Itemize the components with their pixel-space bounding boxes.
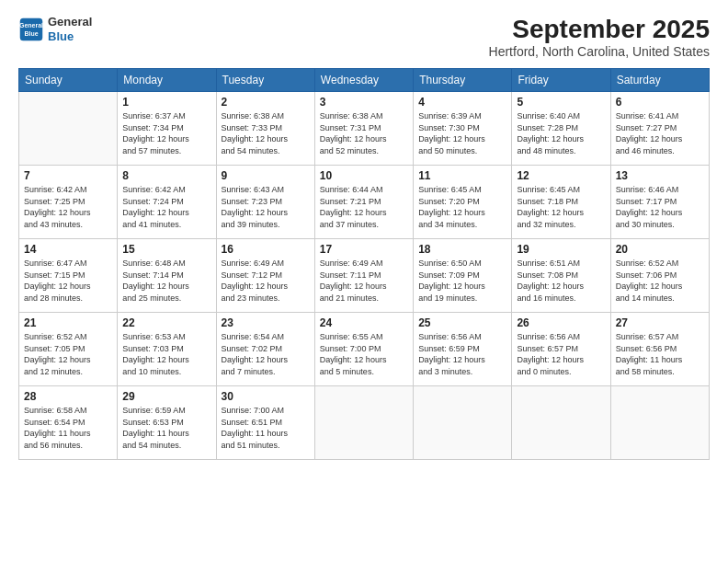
calendar-cell: 4Sunrise: 6:39 AMSunset: 7:30 PMDaylight… <box>414 92 512 166</box>
cell-content: Sunrise: 6:55 AMSunset: 7:00 PMDaylight:… <box>320 331 408 377</box>
calendar-cell: 27Sunrise: 6:57 AMSunset: 6:56 PMDayligh… <box>610 313 709 386</box>
day-number: 18 <box>418 243 506 256</box>
calendar-cell: 6Sunrise: 6:41 AMSunset: 7:27 PMDaylight… <box>610 92 709 166</box>
cell-content: Sunrise: 6:49 AMSunset: 7:11 PMDaylight:… <box>320 258 408 304</box>
cell-content: Sunrise: 6:42 AMSunset: 7:24 PMDaylight:… <box>122 184 210 230</box>
logo-line2: Blue <box>48 29 92 44</box>
calendar-week-3: 14Sunrise: 6:47 AMSunset: 7:15 PMDayligh… <box>19 239 710 313</box>
day-number: 14 <box>24 243 112 256</box>
cell-content: Sunrise: 6:39 AMSunset: 7:30 PMDaylight:… <box>418 110 506 156</box>
cell-content: Sunrise: 6:51 AMSunset: 7:08 PMDaylight:… <box>517 258 605 304</box>
cell-content: Sunrise: 6:44 AMSunset: 7:21 PMDaylight:… <box>320 184 408 230</box>
cell-content: Sunrise: 6:42 AMSunset: 7:25 PMDaylight:… <box>24 184 112 230</box>
calendar-cell: 7Sunrise: 6:42 AMSunset: 7:25 PMDaylight… <box>19 166 118 239</box>
svg-text:General: General <box>19 22 43 29</box>
cell-content: Sunrise: 7:00 AMSunset: 6:51 PMDaylight:… <box>222 405 310 451</box>
cell-content: Sunrise: 6:46 AMSunset: 7:17 PMDaylight:… <box>616 184 704 230</box>
calendar-cell: 20Sunrise: 6:52 AMSunset: 7:06 PMDayligh… <box>610 239 709 313</box>
day-number: 27 <box>616 316 704 329</box>
cell-content: Sunrise: 6:43 AMSunset: 7:23 PMDaylight:… <box>222 184 310 230</box>
day-number: 7 <box>24 169 112 182</box>
day-number: 4 <box>418 96 506 109</box>
calendar-cell <box>414 386 512 460</box>
day-number: 28 <box>24 390 112 403</box>
cell-content: Sunrise: 6:40 AMSunset: 7:28 PMDaylight:… <box>517 110 605 156</box>
calendar-cell: 15Sunrise: 6:48 AMSunset: 7:14 PMDayligh… <box>118 239 216 313</box>
calendar-cell: 26Sunrise: 6:56 AMSunset: 6:57 PMDayligh… <box>512 313 610 386</box>
cell-content: Sunrise: 6:56 AMSunset: 6:59 PMDaylight:… <box>418 331 506 377</box>
calendar-cell: 30Sunrise: 7:00 AMSunset: 6:51 PMDayligh… <box>216 386 314 460</box>
calendar-cell <box>610 386 709 460</box>
calendar-cell: 13Sunrise: 6:46 AMSunset: 7:17 PMDayligh… <box>610 166 709 239</box>
calendar-week-1: 1Sunrise: 6:37 AMSunset: 7:34 PMDaylight… <box>19 92 710 166</box>
cell-content: Sunrise: 6:57 AMSunset: 6:56 PMDaylight:… <box>616 331 704 377</box>
page: General Blue General Blue September 2025… <box>0 0 728 563</box>
calendar-cell: 22Sunrise: 6:53 AMSunset: 7:03 PMDayligh… <box>118 313 216 386</box>
day-number: 8 <box>122 169 210 182</box>
day-number: 30 <box>222 390 310 403</box>
cell-content: Sunrise: 6:37 AMSunset: 7:34 PMDaylight:… <box>122 110 210 156</box>
calendar-cell: 16Sunrise: 6:49 AMSunset: 7:12 PMDayligh… <box>216 239 314 313</box>
day-number: 3 <box>320 96 408 109</box>
calendar-cell: 5Sunrise: 6:40 AMSunset: 7:28 PMDaylight… <box>512 92 610 166</box>
cell-content: Sunrise: 6:54 AMSunset: 7:02 PMDaylight:… <box>222 331 310 377</box>
calendar-cell: 11Sunrise: 6:45 AMSunset: 7:20 PMDayligh… <box>414 166 512 239</box>
day-number: 17 <box>320 243 408 256</box>
calendar-cell: 10Sunrise: 6:44 AMSunset: 7:21 PMDayligh… <box>314 166 413 239</box>
day-number: 10 <box>320 169 408 182</box>
header-row: General Blue General Blue September 2025… <box>18 15 710 59</box>
col-wednesday: Wednesday <box>314 69 413 92</box>
cell-content: Sunrise: 6:52 AMSunset: 7:06 PMDaylight:… <box>616 258 704 304</box>
day-number: 13 <box>616 169 704 182</box>
cell-content: Sunrise: 6:56 AMSunset: 6:57 PMDaylight:… <box>517 331 605 377</box>
calendar-cell: 21Sunrise: 6:52 AMSunset: 7:05 PMDayligh… <box>19 313 118 386</box>
calendar-week-2: 7Sunrise: 6:42 AMSunset: 7:25 PMDaylight… <box>19 166 710 239</box>
svg-text:Blue: Blue <box>24 30 38 37</box>
cell-content: Sunrise: 6:38 AMSunset: 7:33 PMDaylight:… <box>222 110 310 156</box>
col-friday: Friday <box>512 69 610 92</box>
day-number: 23 <box>222 316 310 329</box>
calendar-cell: 1Sunrise: 6:37 AMSunset: 7:34 PMDaylight… <box>118 92 216 166</box>
calendar-cell: 23Sunrise: 6:54 AMSunset: 7:02 PMDayligh… <box>216 313 314 386</box>
calendar-cell: 8Sunrise: 6:42 AMSunset: 7:24 PMDaylight… <box>118 166 216 239</box>
calendar-cell: 3Sunrise: 6:38 AMSunset: 7:31 PMDaylight… <box>314 92 413 166</box>
location-title: Hertford, North Carolina, United States <box>489 44 710 59</box>
col-thursday: Thursday <box>414 69 512 92</box>
calendar-cell: 19Sunrise: 6:51 AMSunset: 7:08 PMDayligh… <box>512 239 610 313</box>
calendar-cell: 18Sunrise: 6:50 AMSunset: 7:09 PMDayligh… <box>414 239 512 313</box>
day-number: 6 <box>616 96 704 109</box>
month-title: September 2025 <box>489 15 710 44</box>
day-number: 2 <box>222 96 310 109</box>
cell-content: Sunrise: 6:45 AMSunset: 7:18 PMDaylight:… <box>517 184 605 230</box>
day-number: 15 <box>122 243 210 256</box>
calendar-header-row: Sunday Monday Tuesday Wednesday Thursday… <box>19 69 710 92</box>
day-number: 25 <box>418 316 506 329</box>
day-number: 1 <box>122 96 210 109</box>
cell-content: Sunrise: 6:48 AMSunset: 7:14 PMDaylight:… <box>122 258 210 304</box>
day-number: 12 <box>517 169 605 182</box>
cell-content: Sunrise: 6:45 AMSunset: 7:20 PMDaylight:… <box>418 184 506 230</box>
col-saturday: Saturday <box>610 69 709 92</box>
calendar-cell <box>19 92 118 166</box>
calendar-cell: 24Sunrise: 6:55 AMSunset: 7:00 PMDayligh… <box>314 313 413 386</box>
col-tuesday: Tuesday <box>216 69 314 92</box>
logo-icon: General Blue <box>18 17 44 42</box>
logo-line1: General <box>48 15 92 29</box>
calendar-cell: 12Sunrise: 6:45 AMSunset: 7:18 PMDayligh… <box>512 166 610 239</box>
logo: General Blue General Blue <box>18 15 92 43</box>
cell-content: Sunrise: 6:53 AMSunset: 7:03 PMDaylight:… <box>122 331 210 377</box>
calendar-cell: 9Sunrise: 6:43 AMSunset: 7:23 PMDaylight… <box>216 166 314 239</box>
day-number: 11 <box>418 169 506 182</box>
day-number: 9 <box>222 169 310 182</box>
cell-content: Sunrise: 6:58 AMSunset: 6:54 PMDaylight:… <box>24 405 112 451</box>
col-sunday: Sunday <box>19 69 118 92</box>
day-number: 29 <box>122 390 210 403</box>
col-monday: Monday <box>118 69 216 92</box>
day-number: 20 <box>616 243 704 256</box>
calendar-cell <box>512 386 610 460</box>
calendar-cell: 25Sunrise: 6:56 AMSunset: 6:59 PMDayligh… <box>414 313 512 386</box>
day-number: 24 <box>320 316 408 329</box>
day-number: 16 <box>222 243 310 256</box>
cell-content: Sunrise: 6:59 AMSunset: 6:53 PMDaylight:… <box>122 405 210 451</box>
calendar-cell: 28Sunrise: 6:58 AMSunset: 6:54 PMDayligh… <box>19 386 118 460</box>
